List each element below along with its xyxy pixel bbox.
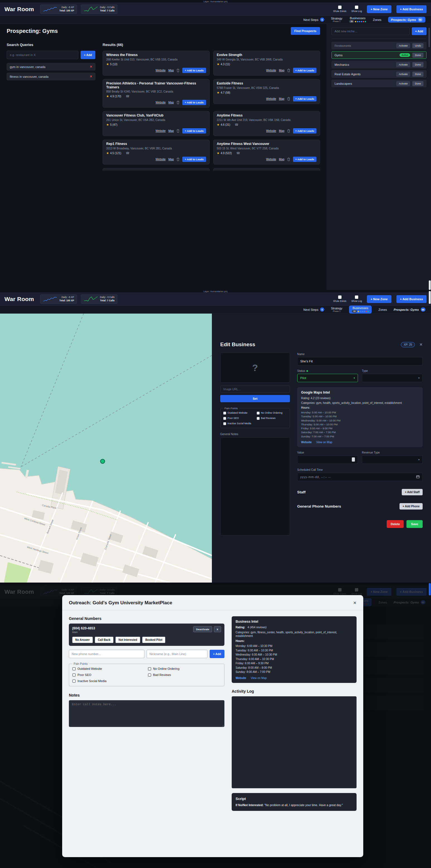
- number-spinner[interactable]: [352, 457, 355, 462]
- sidebar-scrollbar[interactable]: [429, 28, 430, 47]
- website-link[interactable]: Website: [156, 101, 165, 104]
- tab-businesses-active[interactable]: Businesses 10: [349, 306, 372, 314]
- trash-icon[interactable]: [177, 101, 180, 104]
- tab-next-steps[interactable]: Next Steps 5: [303, 18, 324, 22]
- trash-icon[interactable]: [287, 97, 290, 101]
- checkbox[interactable]: [72, 667, 75, 670]
- checkbox[interactable]: [223, 412, 226, 414]
- add-to-leads-button[interactable]: + Add to Leads: [182, 128, 206, 133]
- view-on-map-link[interactable]: View on Map: [251, 677, 267, 680]
- add-to-leads-button[interactable]: + Add to Leads: [293, 128, 316, 133]
- query-input[interactable]: [7, 51, 78, 59]
- pain-point-option[interactable]: Bad Reviews: [257, 417, 287, 420]
- website-link[interactable]: Website: [156, 69, 165, 72]
- activate-niche-button[interactable]: Activate: [396, 62, 410, 67]
- tab-businesses[interactable]: Businesses 10: [349, 17, 366, 23]
- tab-strategy[interactable]: Strategy Phase 1: [331, 307, 342, 312]
- tab-prospects[interactable]: Prospects: Gyms 66: [394, 307, 425, 312]
- tab-zones[interactable]: Zones: [373, 18, 381, 22]
- checkbox[interactable]: [148, 667, 151, 670]
- image-url-input[interactable]: [220, 385, 290, 393]
- pain-point-option[interactable]: Outdated Website: [72, 667, 145, 670]
- page-scrollbar[interactable]: [429, 583, 431, 595]
- add-business-button[interactable]: + Add Business: [396, 5, 427, 13]
- map-link[interactable]: Map: [279, 69, 284, 72]
- checkbox[interactable]: [148, 674, 151, 677]
- done-niche-button[interactable]: Done: [412, 81, 424, 86]
- pain-point-option[interactable]: Outdated Website: [223, 411, 255, 414]
- map-link[interactable]: Map: [279, 97, 284, 100]
- show-log-toggle[interactable]: Show Log: [351, 6, 362, 12]
- website-link[interactable]: Website: [266, 129, 276, 132]
- tab-prospects-active[interactable]: Prospects: Gyms 66: [388, 17, 425, 23]
- map-link[interactable]: Map: [168, 69, 174, 72]
- page-scrollbar[interactable]: [429, 280, 431, 290]
- close-icon[interactable]: ✕: [419, 342, 423, 347]
- add-to-leads-button[interactable]: + Add to Leads: [293, 68, 316, 73]
- show-log-toggle[interactable]: Show Log: [351, 296, 362, 303]
- revenue-type-select[interactable]: ▾: [362, 456, 423, 464]
- tab-zones[interactable]: Zones: [378, 308, 387, 311]
- not-interested-button[interactable]: Not Interested: [116, 637, 140, 643]
- trash-icon[interactable]: [177, 157, 180, 161]
- trash-icon[interactable]: [177, 68, 180, 72]
- pain-point-option[interactable]: Poor SEO: [223, 417, 255, 420]
- add-to-leads-button[interactable]: + Add to Leads: [182, 100, 206, 105]
- checkbox[interactable]: [72, 674, 75, 677]
- general-notes-textarea[interactable]: [220, 437, 290, 535]
- done-niche-button[interactable]: Done: [412, 53, 424, 58]
- pain-point-option[interactable]: Inactive Social Media: [72, 679, 145, 683]
- show-log-checkbox[interactable]: [355, 296, 358, 299]
- website-link[interactable]: Website: [266, 69, 276, 72]
- map-link[interactable]: Map: [168, 158, 174, 161]
- value-input[interactable]: [297, 456, 358, 464]
- call-back-button[interactable]: Call Back: [95, 637, 114, 643]
- save-button[interactable]: Save: [406, 520, 423, 528]
- type-select[interactable]: ▾: [362, 374, 423, 382]
- undo-niche-button[interactable]: Undo: [412, 43, 424, 48]
- status-select[interactable]: Pilot ▾: [297, 374, 358, 382]
- nickname-input[interactable]: [147, 650, 208, 658]
- website-link[interactable]: Website: [156, 129, 165, 132]
- map-link[interactable]: Map: [168, 129, 174, 132]
- map-link[interactable]: Map: [279, 129, 284, 132]
- map-canvas[interactable]: Canada Place West Cordova Street West Ha…: [0, 314, 212, 583]
- call-notes-textarea[interactable]: [69, 700, 224, 727]
- business-name-input[interactable]: [297, 357, 423, 366]
- add-to-leads-button[interactable]: + Add to Leads: [293, 157, 316, 162]
- activate-niche-button[interactable]: Activate: [396, 81, 410, 86]
- delete-button[interactable]: Delete: [387, 520, 404, 528]
- done-niche-button[interactable]: Done: [412, 62, 424, 67]
- show-zones-checkbox[interactable]: [338, 6, 341, 9]
- no-answer-button[interactable]: No Answer: [72, 637, 93, 643]
- checkbox[interactable]: [72, 680, 75, 683]
- remove-phone-button[interactable]: X: [214, 626, 221, 632]
- done-niche-button[interactable]: Done: [412, 72, 424, 76]
- tab-next-steps[interactable]: Next Steps 5: [303, 307, 324, 312]
- new-zone-button[interactable]: + New Zone: [367, 295, 391, 303]
- business-map-marker[interactable]: [101, 459, 105, 464]
- calendar-icon[interactable]: [416, 475, 420, 479]
- pain-point-option[interactable]: Inactive Social Media: [223, 422, 255, 425]
- remove-query-icon[interactable]: ✕: [90, 75, 92, 78]
- add-business-button[interactable]: + Add Business: [396, 295, 427, 303]
- pain-point-option[interactable]: Poor SEO: [72, 673, 145, 677]
- pain-point-option[interactable]: No Online Ordering: [148, 667, 221, 670]
- pain-point-option[interactable]: Bad Reviews: [148, 673, 221, 677]
- niche-input[interactable]: [332, 27, 409, 35]
- checkbox[interactable]: [257, 412, 259, 414]
- tab-strategy[interactable]: Strategy Phase 1: [331, 17, 342, 23]
- website-link[interactable]: Website: [236, 677, 246, 680]
- show-zones-toggle[interactable]: Show Zones: [333, 296, 346, 303]
- activate-niche-button[interactable]: Activate: [396, 72, 410, 76]
- show-log-checkbox[interactable]: [355, 6, 358, 9]
- booked-pilot-button[interactable]: Booked Pilot: [142, 637, 165, 643]
- pain-point-option[interactable]: No Online Ordering: [257, 411, 287, 414]
- add-to-leads-button[interactable]: + Add to Leads: [293, 96, 316, 101]
- activate-niche-button[interactable]: Activate: [396, 43, 410, 48]
- checkbox[interactable]: [257, 417, 259, 420]
- website-link[interactable]: Website: [301, 441, 312, 444]
- view-on-map-link[interactable]: View on Map: [316, 441, 332, 444]
- trash-icon[interactable]: [287, 157, 290, 161]
- close-icon[interactable]: ✕: [353, 600, 357, 606]
